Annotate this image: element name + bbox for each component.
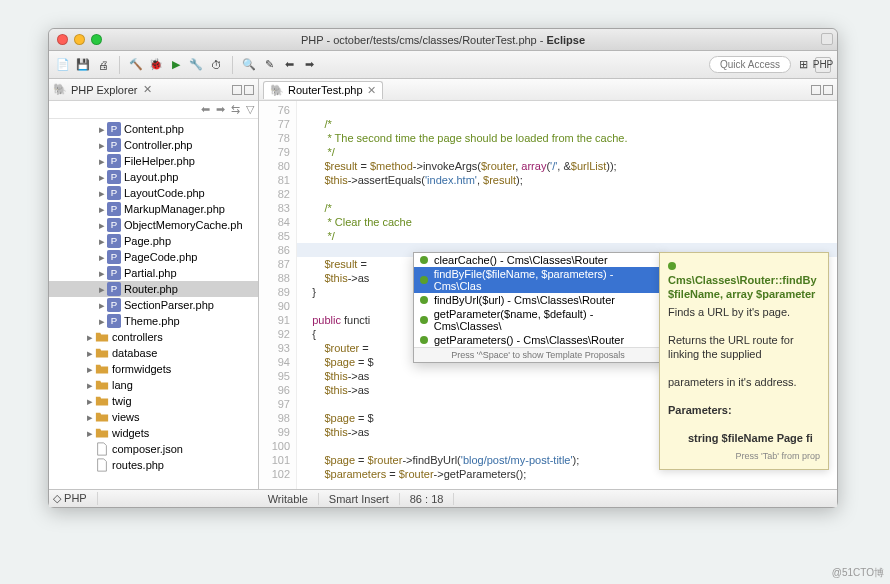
explorer-title: PHP Explorer	[71, 84, 137, 96]
close-icon[interactable]	[57, 34, 68, 45]
tree-item[interactable]: ▸database	[49, 345, 258, 361]
traffic-lights	[57, 34, 102, 45]
tree-item[interactable]: ▸controllers	[49, 329, 258, 345]
status-lang: PHP	[64, 492, 87, 504]
tree-item[interactable]: ▸PContent.php	[49, 121, 258, 137]
status-writable: Writable	[258, 493, 319, 505]
autocomplete-popup[interactable]: clearCache() - Cms\Classes\RouterfindByF…	[413, 252, 663, 363]
window-title: PHP - october/tests/cms/classes/RouterTe…	[49, 34, 837, 46]
editor-area: 🐘 RouterTest.php ✕ 767778798081828384858…	[259, 79, 837, 489]
svg-text:P: P	[111, 155, 117, 166]
maximize-editor-icon[interactable]	[823, 85, 833, 95]
autocomplete-footer: Press '^Space' to show Template Proposal…	[414, 347, 662, 362]
minimize-view-icon[interactable]	[232, 85, 242, 95]
tree-item[interactable]: ▸PPage.php	[49, 233, 258, 249]
file-tree[interactable]: ▸PContent.php▸PController.php▸PFileHelpe…	[49, 119, 258, 489]
status-insert: Smart Insert	[319, 493, 400, 505]
tree-item[interactable]: ▸PPageCode.php	[49, 249, 258, 265]
tree-item[interactable]: ▸PTheme.php	[49, 313, 258, 329]
tree-item[interactable]: ▸PPartial.php	[49, 265, 258, 281]
close-view-icon[interactable]: ✕	[143, 83, 152, 96]
run-icon[interactable]: ▶	[168, 57, 184, 73]
back-icon[interactable]: ⬅	[201, 103, 210, 116]
main-toolbar: 📄 💾 🖨 🔨 🐞 ▶ 🔧 ⏱ 🔍 ✎ ⬅ ➡ Quick Access ⊞ P…	[49, 51, 837, 79]
svg-text:P: P	[111, 219, 117, 230]
app-window: PHP - october/tests/cms/classes/RouterTe…	[48, 28, 838, 508]
svg-text:P: P	[111, 123, 117, 134]
svg-text:P: P	[111, 267, 117, 278]
tree-item[interactable]: ▸views	[49, 409, 258, 425]
status-bar: ◇ PHP Writable Smart Insert 86 : 18	[49, 489, 837, 507]
svg-text:P: P	[111, 139, 117, 150]
tree-item[interactable]: composer.json	[49, 441, 258, 457]
tree-item[interactable]: ▸formwidgets	[49, 361, 258, 377]
quick-access[interactable]: Quick Access	[709, 56, 791, 73]
tree-item[interactable]: ▸PController.php	[49, 137, 258, 153]
tree-item[interactable]: ▸PLayoutCode.php	[49, 185, 258, 201]
debug-icon[interactable]: 🐞	[148, 57, 164, 73]
minimize-icon[interactable]	[74, 34, 85, 45]
autocomplete-item[interactable]: clearCache() - Cms\Classes\Router	[414, 253, 662, 267]
open-perspective-icon[interactable]: ⊞	[795, 57, 811, 73]
maximize-view-icon[interactable]	[244, 85, 254, 95]
tab-label: RouterTest.php	[288, 84, 363, 96]
external-tools-icon[interactable]: 🔧	[188, 57, 204, 73]
svg-text:P: P	[111, 283, 117, 294]
new-icon[interactable]: 📄	[55, 57, 71, 73]
autocomplete-item[interactable]: findByFile($fileName, $parameters) - Cms…	[414, 267, 662, 293]
tree-item[interactable]: ▸lang	[49, 377, 258, 393]
titlebar: PHP - october/tests/cms/classes/RouterTe…	[49, 29, 837, 51]
php-icon: 🐘	[53, 83, 67, 96]
svg-text:P: P	[111, 235, 117, 246]
print-icon[interactable]: 🖨	[95, 57, 111, 73]
autocomplete-item[interactable]: getParameters() - Cms\Classes\Router	[414, 333, 662, 347]
tree-item[interactable]: ▸PMarkupManager.php	[49, 201, 258, 217]
explorer-header: 🐘PHP Explorer✕	[49, 79, 258, 101]
status-pos: 86 : 18	[400, 493, 455, 505]
search-icon[interactable]: 🔍	[241, 57, 257, 73]
link-editor-icon[interactable]: ⇆	[231, 103, 240, 116]
profile-icon[interactable]: ⏱	[208, 57, 224, 73]
fwd-icon[interactable]: ➡	[216, 103, 225, 116]
tree-item[interactable]: ▸twig	[49, 393, 258, 409]
wand-icon[interactable]: ✎	[261, 57, 277, 73]
svg-text:P: P	[111, 315, 117, 326]
tree-item[interactable]: routes.php	[49, 457, 258, 473]
svg-text:P: P	[111, 187, 117, 198]
php-explorer-view: 🐘PHP Explorer✕ ⬅ ➡ ⇆ ▽ ▸PContent.php▸PCo…	[49, 79, 259, 489]
svg-text:P: P	[111, 299, 117, 310]
tab-routertest[interactable]: 🐘 RouterTest.php ✕	[263, 81, 383, 99]
editor-tabs: 🐘 RouterTest.php ✕	[259, 79, 837, 101]
zoom-icon[interactable]	[91, 34, 102, 45]
svg-text:P: P	[111, 171, 117, 182]
minimize-editor-icon[interactable]	[811, 85, 821, 95]
line-gutter: 7677787980818283848586878889909192939495…	[259, 101, 297, 489]
doc-tooltip: Cms\Classes\Router::findBy $fileName, ar…	[659, 252, 829, 470]
main-body: 🐘PHP Explorer✕ ⬅ ➡ ⇆ ▽ ▸PContent.php▸PCo…	[49, 79, 837, 489]
explorer-toolbar: ⬅ ➡ ⇆ ▽	[49, 101, 258, 119]
tree-item[interactable]: ▸PObjectMemoryCache.ph	[49, 217, 258, 233]
tree-item[interactable]: ▸PFileHelper.php	[49, 153, 258, 169]
autocomplete-item[interactable]: getParameter($name, $default) - Cms\Clas…	[414, 307, 662, 333]
svg-text:P: P	[111, 251, 117, 262]
nav-back-icon[interactable]: ⬅	[281, 57, 297, 73]
watermark: @51CTO博	[832, 566, 884, 580]
autocomplete-item[interactable]: findByUrl($url) - Cms\Classes\Router	[414, 293, 662, 307]
save-icon[interactable]: 💾	[75, 57, 91, 73]
svg-text:P: P	[111, 203, 117, 214]
tree-item[interactable]: ▸PSectionParser.php	[49, 297, 258, 313]
close-tab-icon[interactable]: ✕	[367, 84, 376, 97]
build-icon[interactable]: 🔨	[128, 57, 144, 73]
tree-item[interactable]: ▸PRouter.php	[49, 281, 258, 297]
php-perspective[interactable]: PHP	[815, 57, 831, 73]
collapse-all-icon[interactable]: ▽	[246, 103, 254, 116]
nav-fwd-icon[interactable]: ➡	[301, 57, 317, 73]
tree-item[interactable]: ▸widgets	[49, 425, 258, 441]
tree-item[interactable]: ▸PLayout.php	[49, 169, 258, 185]
php-file-icon: 🐘	[270, 84, 284, 97]
corner-button[interactable]	[821, 33, 833, 45]
